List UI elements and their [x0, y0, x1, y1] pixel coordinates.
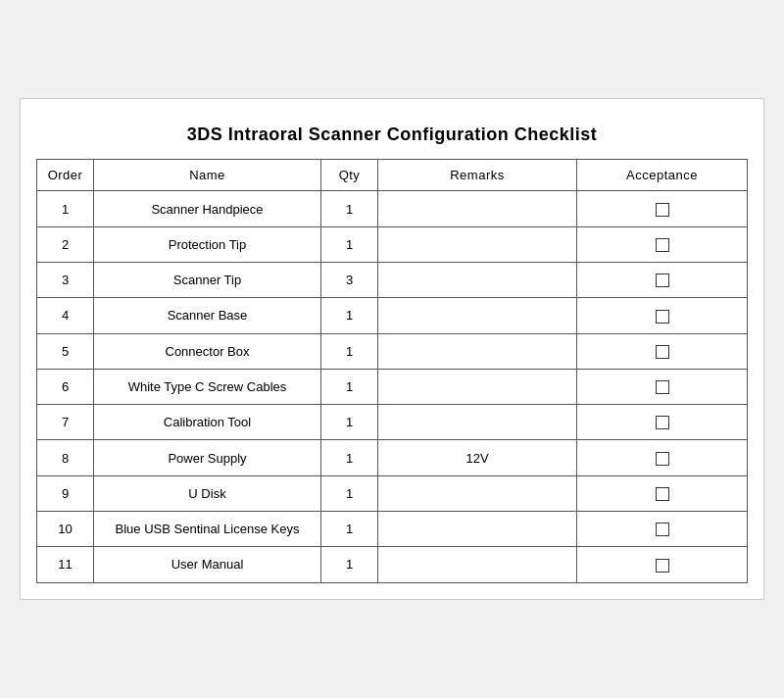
cell-acceptance[interactable] [577, 547, 748, 582]
cell-remarks: 12V [378, 440, 577, 475]
checklist-table: Order Name Qty Remarks Acceptance 1Scann… [36, 159, 748, 582]
cell-remarks [378, 333, 577, 369]
cell-order: 3 [37, 262, 94, 297]
cell-remarks [378, 226, 577, 262]
table-row: 3Scanner Tip3 [37, 262, 748, 297]
cell-acceptance[interactable] [577, 226, 748, 262]
table-row: 1Scanner Handpiece1 [37, 191, 748, 226]
cell-name: Blue USB Sentinal License Keys [94, 512, 321, 547]
cell-acceptance[interactable] [577, 475, 748, 511]
col-header-order: Order [37, 160, 94, 191]
cell-qty: 1 [321, 440, 378, 475]
cell-remarks [378, 191, 577, 226]
table-row: 11User Manual1 [37, 547, 748, 582]
cell-order: 7 [37, 405, 94, 440]
cell-name: Power Supply [94, 440, 321, 475]
table-row: 8Power Supply112V [37, 440, 748, 475]
cell-acceptance[interactable] [577, 512, 748, 547]
page-title: 3DS Intraoral Scanner Configuration Chec… [36, 115, 748, 159]
cell-acceptance[interactable] [577, 369, 748, 404]
cell-remarks [378, 547, 577, 582]
cell-name: Connector Box [94, 333, 321, 369]
cell-order: 5 [37, 333, 94, 369]
table-row: 9U Disk1 [37, 475, 748, 511]
checkbox-icon[interactable] [656, 416, 669, 429]
cell-name: Scanner Base [94, 298, 321, 333]
checkbox-icon[interactable] [656, 452, 669, 466]
col-header-qty: Qty [321, 160, 378, 191]
table-row: 7Calibration Tool1 [37, 405, 748, 440]
cell-order: 11 [37, 547, 94, 582]
table-row: 5Connector Box1 [37, 333, 748, 369]
table-row: 10Blue USB Sentinal License Keys1 [37, 512, 748, 547]
checkbox-icon[interactable] [656, 274, 669, 287]
cell-name: Calibration Tool [94, 405, 321, 440]
table-row: 6White Type C Screw Cables1 [37, 369, 748, 404]
cell-name: Scanner Tip [94, 262, 321, 297]
cell-order: 8 [37, 440, 94, 475]
cell-qty: 1 [321, 512, 378, 547]
cell-qty: 1 [321, 405, 378, 440]
col-header-name: Name [94, 160, 321, 191]
table-header-row: Order Name Qty Remarks Acceptance [37, 160, 748, 191]
cell-acceptance[interactable] [577, 191, 748, 226]
cell-name: User Manual [94, 547, 321, 582]
checkbox-icon[interactable] [656, 345, 669, 359]
cell-order: 2 [37, 226, 94, 262]
cell-order: 1 [37, 191, 94, 226]
cell-name: U Disk [94, 475, 321, 511]
cell-remarks [378, 405, 577, 440]
table-row: 2Protection Tip1 [37, 226, 748, 262]
checkbox-icon[interactable] [656, 310, 669, 324]
cell-qty: 1 [321, 547, 378, 582]
cell-order: 4 [37, 298, 94, 333]
cell-qty: 1 [321, 475, 378, 511]
cell-acceptance[interactable] [577, 298, 748, 333]
cell-name: Protection Tip [94, 226, 321, 262]
cell-remarks [378, 369, 577, 404]
cell-order: 6 [37, 369, 94, 404]
cell-qty: 1 [321, 369, 378, 404]
col-header-acceptance: Acceptance [577, 160, 748, 191]
cell-qty: 1 [321, 298, 378, 333]
checkbox-icon[interactable] [656, 523, 669, 536]
cell-remarks [378, 475, 577, 511]
cell-order: 10 [37, 512, 94, 547]
checkbox-icon[interactable] [656, 487, 669, 501]
checkbox-icon[interactable] [656, 238, 669, 252]
cell-name: White Type C Screw Cables [94, 369, 321, 404]
cell-acceptance[interactable] [577, 405, 748, 440]
cell-qty: 3 [321, 262, 378, 297]
checkbox-icon[interactable] [656, 203, 669, 217]
cell-order: 9 [37, 475, 94, 511]
cell-acceptance[interactable] [577, 333, 748, 369]
cell-remarks [378, 512, 577, 547]
cell-acceptance[interactable] [577, 262, 748, 297]
cell-acceptance[interactable] [577, 440, 748, 475]
checkbox-icon[interactable] [656, 559, 669, 573]
cell-name: Scanner Handpiece [94, 191, 321, 226]
cell-qty: 1 [321, 226, 378, 262]
checkbox-icon[interactable] [656, 380, 669, 394]
col-header-remarks: Remarks [378, 160, 577, 191]
cell-qty: 1 [321, 191, 378, 226]
cell-remarks [378, 262, 577, 297]
cell-remarks [378, 298, 577, 333]
table-row: 4Scanner Base1 [37, 298, 748, 333]
checklist-wrapper: 3DS Intraoral Scanner Configuration Chec… [20, 98, 764, 599]
cell-qty: 1 [321, 333, 378, 369]
